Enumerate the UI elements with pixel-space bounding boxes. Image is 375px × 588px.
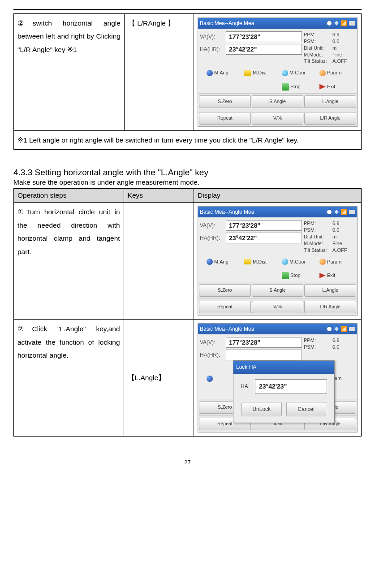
va-value: 177°23'28" [226,31,302,42]
gear-icon [326,326,332,332]
signal-icon: 📶 [341,207,347,217]
sphere-icon [207,259,213,265]
th-key: Keys [124,189,194,203]
gear-icon [326,209,332,215]
device-title: Basic Mea--Angle Mea [200,18,254,29]
key-icon [349,21,355,26]
lrangle-button[interactable]: L/R Angle [304,112,356,125]
mcoor-button[interactable]: M.Coor [282,68,317,78]
op-cell: ②switch horizontal angle between left an… [14,14,125,131]
key-cell: 【 L/RAngle 】 [124,14,194,131]
signal-icon: 📶 [341,324,347,334]
device-info: PPM:6.9 PSM:0.0 Dist Unit:m M.Mode:Fine … [304,31,355,65]
folder-icon [244,70,251,76]
top-rule [13,9,362,10]
stop-button[interactable]: Stop [282,82,317,91]
stop-icon [282,83,289,91]
exit-icon [319,273,326,278]
ha-value: 23°42'22" [226,44,302,55]
stop-icon [282,272,289,279]
key-icon [349,210,355,214]
tool-icon [319,259,326,265]
device-titlebar: Basic Mea--Angle Mea ✱ 📶 [198,207,357,217]
signal-icon: 📶 [341,18,347,29]
szero-button[interactable]: S.Zero [199,95,251,108]
sphere-icon [207,376,213,382]
note-cell: ※1 Left angle or right angle will be swi… [14,130,362,149]
ha-label: HA(HR): [200,44,223,55]
vpct-button[interactable]: V/% [252,112,304,125]
bluetooth-icon: ✱ [334,207,339,217]
sangle-button[interactable]: S.Angle [252,95,304,108]
table-langle: Operation steps Keys Display ①Turn horiz… [13,188,362,437]
dialog-ha-label: HA: [241,381,250,392]
param-button[interactable]: Param [319,68,354,78]
globe-icon [282,70,288,76]
lock-ha-dialog: Lock HA HA: 23°42'23" UnLock Cancel [233,360,335,423]
th-op: Operation steps [14,189,124,203]
key-icon [349,327,355,331]
row1-key [124,203,194,320]
repeat-button[interactable]: Repeat [199,112,251,125]
exit-button[interactable]: Exit [319,82,354,91]
bluetooth-icon: ✱ [334,324,339,334]
table-lr-angle: ②switch horizontal angle between left an… [13,13,362,150]
device-screenshot-1: Basic Mea--Angle Mea ✱ 📶 VA(V): 177°23'2… [198,17,358,127]
device-screenshot-2: Basic Mea--Angle Mea ✱ 📶 VA(V):177°23'28… [198,206,358,316]
gear-icon [326,20,332,26]
row1-op: ①Turn horizontal circle unit in the need… [14,203,124,320]
row2-op: ②Click "L.Angle" key,and activate the fu… [14,320,124,437]
exit-icon [319,84,326,90]
va-label: VA(V): [200,32,223,42]
row2-key: 【L.Angle】 [124,320,194,437]
softkey-row-2: Repeat V/% L/R Angle [198,110,357,126]
bluetooth-icon: ✱ [334,18,339,29]
cancel-button[interactable]: Cancel [286,402,327,417]
display-cell: Basic Mea--Angle Mea ✱ 📶 VA(V): 177°23'2… [194,14,362,131]
dialog-ha-value[interactable]: 23°42'23" [255,379,327,394]
row2-disp: Basic Mea--Angle Mea ✱ 📶 VA(V):177°23'28… [194,320,362,437]
mang-button[interactable]: M.Ang [207,68,241,78]
unlock-button[interactable]: UnLock [241,402,282,417]
tool-icon [319,70,326,76]
device-title: Basic Mea--Angle Mea [200,207,254,217]
section-title: 4.3.3 Setting horizontal angle with the … [13,168,362,177]
folder-icon [244,259,251,264]
page-number: 27 [13,459,362,466]
row1-disp: Basic Mea--Angle Mea ✱ 📶 VA(V):177°23'28… [194,203,362,320]
globe-icon [282,259,288,265]
sphere-icon [207,70,213,76]
section-subtitle: Make sure the operation is under angle m… [13,178,362,186]
mdist-button[interactable]: M.Dist [244,68,279,78]
device-titlebar: Basic Mea--Angle Mea ✱ 📶 [198,18,357,29]
softkey-row-1: S.Zero S.Angle L.Angle [198,93,357,110]
dialog-title: Lock HA [233,361,334,374]
device-screenshot-3: Basic Mea--Angle Mea ✱ 📶 VA(V):177°23'28… [198,323,358,432]
th-disp: Display [194,189,362,203]
langle-button[interactable]: L.Angle [304,95,356,108]
